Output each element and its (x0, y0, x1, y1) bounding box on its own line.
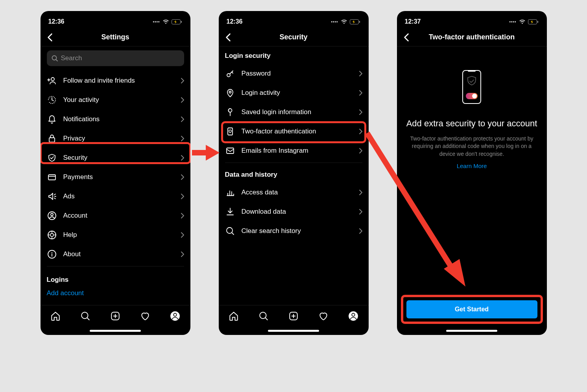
get-started-button[interactable]: Get Started (406, 300, 537, 318)
info-icon (47, 249, 57, 259)
row-help[interactable]: Help (47, 225, 184, 244)
arrow-annotation-1 (190, 141, 222, 165)
security-content: Login security Password Login activity S… (219, 46, 369, 305)
search-input[interactable]: Search (47, 50, 184, 66)
new-post-tab[interactable] (110, 311, 120, 321)
chevron-right-icon (181, 194, 184, 199)
chevron-right-icon (359, 90, 362, 96)
learn-more-link[interactable]: Learn More (457, 163, 487, 169)
svg-point-9 (50, 233, 54, 237)
search-tab[interactable] (80, 311, 90, 321)
back-button[interactable] (223, 33, 233, 42)
tab-bar (219, 305, 369, 326)
row-payments[interactable]: Payments (47, 167, 184, 187)
logins-header: Logins (47, 269, 184, 289)
status-bar: 12:36 •••• (219, 11, 369, 28)
row-download-data[interactable]: Download data (225, 202, 362, 221)
search-icon (52, 55, 58, 61)
svg-rect-1 (181, 21, 182, 23)
activity-tab[interactable] (318, 311, 329, 321)
row-account[interactable]: Account (47, 206, 184, 225)
wifi-icon (162, 19, 169, 24)
header: Settings (41, 28, 190, 46)
home-tab[interactable] (50, 311, 61, 321)
bell-icon (47, 114, 57, 124)
settings-content: Search Follow and invite friends Your ac… (41, 46, 190, 305)
row-about[interactable]: About (47, 244, 184, 264)
profile-tab[interactable] (170, 311, 180, 321)
screen-two-factor: 12:37 •••• Two-factor authentication (397, 11, 547, 335)
home-indicator (397, 326, 547, 335)
row-password[interactable]: Password (225, 64, 362, 83)
svg-rect-17 (359, 21, 360, 23)
activity-tab[interactable] (140, 311, 150, 321)
phone-illustration (462, 70, 481, 104)
home-indicator (219, 326, 369, 335)
svg-rect-29 (537, 21, 538, 23)
page-title: Settings (101, 33, 129, 41)
screen-security: 12:36 •••• Security Login security Passw… (219, 11, 369, 335)
screen-settings: 12:36 •••• Settings Search Follow and in… (41, 11, 190, 335)
chevron-right-icon (359, 209, 362, 214)
status-icons: •••• (153, 19, 182, 24)
row-access-data[interactable]: Access data (225, 183, 362, 202)
search-tab[interactable] (258, 311, 269, 321)
clock: 12:36 (227, 18, 243, 25)
search-placeholder: Search (61, 54, 82, 62)
chevron-right-icon (359, 129, 362, 134)
row-security[interactable]: Security (47, 148, 184, 167)
new-post-tab[interactable] (288, 311, 299, 321)
chevron-right-icon (181, 174, 184, 180)
clock: 12:37 (405, 18, 421, 25)
back-button[interactable] (402, 33, 411, 42)
chevron-right-icon (359, 109, 362, 115)
profile-tab[interactable] (348, 311, 358, 321)
svg-rect-22 (227, 148, 234, 153)
section-login-security: Login security (225, 46, 362, 64)
chevron-right-icon (359, 71, 362, 76)
back-button[interactable] (45, 33, 55, 42)
lock-icon (47, 133, 57, 144)
shield-icon (47, 153, 57, 163)
row-two-factor[interactable]: Two-factor authentication (225, 122, 362, 141)
key-icon (225, 68, 235, 79)
svg-point-3 (51, 78, 54, 81)
chevron-right-icon (181, 155, 184, 161)
status-icons: •••• (509, 19, 539, 24)
row-notifications[interactable]: Notifications (47, 109, 184, 129)
row-privacy[interactable]: Privacy (47, 129, 184, 148)
chevron-right-icon (181, 78, 184, 83)
row-follow-invite[interactable]: Follow and invite friends (47, 71, 184, 90)
row-ads[interactable]: Ads (47, 187, 184, 206)
chevron-right-icon (359, 190, 362, 195)
battery-icon (350, 19, 361, 24)
tab-bar (41, 305, 190, 326)
row-clear-search[interactable]: Clear search history (225, 221, 362, 240)
wifi-icon (341, 19, 347, 24)
location-icon (225, 88, 235, 98)
add-account-link[interactable]: Add account (47, 289, 184, 302)
footer: Get Started (397, 292, 547, 326)
row-login-activity[interactable]: Login activity (225, 83, 362, 102)
row-emails[interactable]: Emails from Instagram (225, 141, 362, 160)
svg-point-19 (229, 91, 231, 93)
svg-rect-4 (49, 138, 55, 142)
clock: 12:36 (48, 18, 65, 25)
invite-icon (47, 76, 57, 86)
chevron-right-icon (181, 116, 184, 122)
highlight-get-started: Get Started (401, 295, 543, 324)
svg-rect-21 (228, 128, 233, 135)
home-indicator (41, 326, 190, 335)
chevron-right-icon (181, 232, 184, 238)
chevron-right-icon (181, 213, 184, 218)
svg-point-11 (51, 252, 52, 253)
row-saved-login[interactable]: Saved login information (225, 102, 362, 122)
chart-icon (225, 187, 235, 198)
battery-icon (172, 19, 183, 24)
keyhole-icon (225, 107, 235, 117)
chevron-right-icon (181, 97, 184, 103)
home-tab[interactable] (229, 311, 239, 321)
svg-rect-5 (48, 175, 55, 180)
chevron-right-icon (181, 136, 184, 141)
row-activity[interactable]: Your activity (47, 90, 184, 109)
